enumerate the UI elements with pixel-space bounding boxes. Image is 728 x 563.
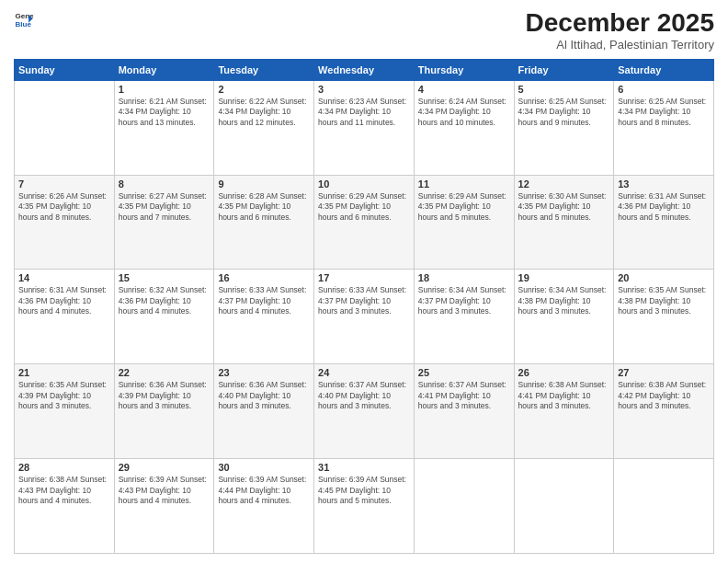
table-row (15, 80, 115, 175)
table-row: 7Sunrise: 6:26 AM Sunset: 4:35 PM Daylig… (15, 175, 115, 270)
day-info: Sunrise: 6:21 AM Sunset: 4:34 PM Dayligh… (119, 97, 210, 128)
day-number: 22 (119, 367, 210, 378)
table-row: 11Sunrise: 6:29 AM Sunset: 4:35 PM Dayli… (414, 175, 514, 270)
day-info: Sunrise: 6:39 AM Sunset: 4:44 PM Dayligh… (218, 475, 310, 506)
table-row: 1Sunrise: 6:21 AM Sunset: 4:34 PM Daylig… (114, 80, 214, 175)
table-row: 30Sunrise: 6:39 AM Sunset: 4:44 PM Dayli… (214, 459, 314, 554)
day-info: Sunrise: 6:38 AM Sunset: 4:42 PM Dayligh… (618, 380, 710, 411)
col-saturday: Saturday (614, 59, 714, 80)
table-row: 31Sunrise: 6:39 AM Sunset: 4:45 PM Dayli… (314, 459, 415, 554)
calendar-week-1: 1Sunrise: 6:21 AM Sunset: 4:34 PM Daylig… (15, 80, 714, 175)
col-sunday: Sunday (15, 59, 115, 80)
day-number: 30 (218, 462, 310, 473)
day-info: Sunrise: 6:25 AM Sunset: 4:34 PM Dayligh… (618, 97, 710, 128)
calendar-table: Sunday Monday Tuesday Wednesday Thursday… (14, 59, 714, 554)
table-row: 15Sunrise: 6:32 AM Sunset: 4:36 PM Dayli… (114, 270, 214, 364)
day-number: 23 (218, 367, 310, 378)
day-info: Sunrise: 6:26 AM Sunset: 4:35 PM Dayligh… (18, 191, 110, 223)
subtitle: Al Ittihad, Palestinian Territory (526, 38, 714, 52)
day-info: Sunrise: 6:27 AM Sunset: 4:35 PM Dayligh… (119, 191, 210, 223)
day-info: Sunrise: 6:39 AM Sunset: 4:45 PM Dayligh… (318, 475, 410, 506)
table-row: 16Sunrise: 6:33 AM Sunset: 4:37 PM Dayli… (214, 270, 314, 364)
table-row: 12Sunrise: 6:30 AM Sunset: 4:35 PM Dayli… (514, 175, 614, 270)
table-row (414, 459, 514, 554)
table-row: 22Sunrise: 6:36 AM Sunset: 4:39 PM Dayli… (114, 364, 214, 459)
col-friday: Friday (514, 59, 614, 80)
day-number: 28 (18, 462, 110, 473)
table-row: 26Sunrise: 6:38 AM Sunset: 4:41 PM Dayli… (514, 364, 614, 459)
day-info: Sunrise: 6:31 AM Sunset: 4:36 PM Dayligh… (618, 191, 710, 223)
table-row: 9Sunrise: 6:28 AM Sunset: 4:35 PM Daylig… (214, 175, 314, 270)
day-number: 4 (418, 84, 510, 95)
title-area: December 2025 Al Ittihad, Palestinian Te… (526, 9, 714, 52)
day-number: 25 (418, 367, 510, 378)
day-info: Sunrise: 6:37 AM Sunset: 4:40 PM Dayligh… (318, 380, 410, 411)
day-info: Sunrise: 6:36 AM Sunset: 4:39 PM Dayligh… (119, 380, 210, 411)
day-info: Sunrise: 6:35 AM Sunset: 4:38 PM Dayligh… (618, 285, 710, 316)
day-info: Sunrise: 6:22 AM Sunset: 4:34 PM Dayligh… (218, 97, 310, 128)
day-number: 31 (318, 462, 410, 473)
day-number: 27 (618, 367, 710, 378)
day-number: 26 (518, 367, 610, 378)
day-number: 16 (218, 272, 310, 283)
day-info: Sunrise: 6:33 AM Sunset: 4:37 PM Dayligh… (318, 285, 410, 316)
day-number: 7 (18, 178, 110, 190)
day-info: Sunrise: 6:24 AM Sunset: 4:34 PM Dayligh… (418, 97, 510, 128)
table-row: 20Sunrise: 6:35 AM Sunset: 4:38 PM Dayli… (614, 270, 714, 364)
day-info: Sunrise: 6:32 AM Sunset: 4:36 PM Dayligh… (119, 285, 210, 316)
day-number: 29 (119, 462, 210, 473)
day-number: 21 (18, 367, 110, 378)
calendar-week-5: 28Sunrise: 6:38 AM Sunset: 4:43 PM Dayli… (15, 459, 714, 554)
day-number: 19 (518, 272, 610, 283)
col-tuesday: Tuesday (214, 59, 314, 80)
day-number: 6 (618, 84, 710, 95)
table-row (514, 459, 614, 554)
col-thursday: Thursday (414, 59, 514, 80)
day-info: Sunrise: 6:37 AM Sunset: 4:41 PM Dayligh… (418, 380, 510, 411)
page: General Blue December 2025 Al Ittihad, P… (0, 0, 728, 563)
calendar-week-4: 21Sunrise: 6:35 AM Sunset: 4:39 PM Dayli… (15, 364, 714, 459)
table-row: 18Sunrise: 6:34 AM Sunset: 4:37 PM Dayli… (414, 270, 514, 364)
day-number: 8 (119, 178, 210, 190)
day-number: 11 (418, 178, 510, 190)
day-info: Sunrise: 6:38 AM Sunset: 4:43 PM Dayligh… (18, 475, 110, 506)
day-number: 18 (418, 272, 510, 283)
table-row: 3Sunrise: 6:23 AM Sunset: 4:34 PM Daylig… (314, 80, 415, 175)
table-row: 25Sunrise: 6:37 AM Sunset: 4:41 PM Dayli… (414, 364, 514, 459)
calendar-week-2: 7Sunrise: 6:26 AM Sunset: 4:35 PM Daylig… (15, 175, 714, 270)
table-row: 10Sunrise: 6:29 AM Sunset: 4:35 PM Dayli… (314, 175, 415, 270)
day-number: 17 (318, 272, 410, 283)
day-number: 15 (119, 272, 210, 283)
day-number: 13 (618, 178, 710, 190)
day-number: 14 (18, 272, 110, 283)
day-info: Sunrise: 6:36 AM Sunset: 4:40 PM Dayligh… (218, 380, 310, 411)
table-row: 29Sunrise: 6:39 AM Sunset: 4:43 PM Dayli… (114, 459, 214, 554)
day-number: 12 (518, 178, 610, 190)
table-row: 13Sunrise: 6:31 AM Sunset: 4:36 PM Dayli… (614, 175, 714, 270)
day-number: 24 (318, 367, 410, 378)
table-row (614, 459, 714, 554)
day-number: 20 (618, 272, 710, 283)
table-row: 21Sunrise: 6:35 AM Sunset: 4:39 PM Dayli… (15, 364, 115, 459)
day-info: Sunrise: 6:33 AM Sunset: 4:37 PM Dayligh… (218, 285, 310, 316)
day-info: Sunrise: 6:29 AM Sunset: 4:35 PM Dayligh… (418, 191, 510, 223)
day-info: Sunrise: 6:35 AM Sunset: 4:39 PM Dayligh… (18, 380, 110, 411)
day-info: Sunrise: 6:34 AM Sunset: 4:38 PM Dayligh… (518, 285, 610, 316)
table-row: 24Sunrise: 6:37 AM Sunset: 4:40 PM Dayli… (314, 364, 415, 459)
logo: General Blue (14, 9, 34, 29)
day-info: Sunrise: 6:38 AM Sunset: 4:41 PM Dayligh… (518, 380, 610, 411)
day-info: Sunrise: 6:29 AM Sunset: 4:35 PM Dayligh… (318, 191, 410, 223)
day-info: Sunrise: 6:28 AM Sunset: 4:35 PM Dayligh… (218, 191, 310, 223)
table-row: 14Sunrise: 6:31 AM Sunset: 4:36 PM Dayli… (15, 270, 115, 364)
day-info: Sunrise: 6:31 AM Sunset: 4:36 PM Dayligh… (18, 285, 110, 316)
calendar-header-row: Sunday Monday Tuesday Wednesday Thursday… (15, 59, 714, 80)
logo-icon: General Blue (14, 9, 34, 29)
table-row: 19Sunrise: 6:34 AM Sunset: 4:38 PM Dayli… (514, 270, 614, 364)
table-row: 6Sunrise: 6:25 AM Sunset: 4:34 PM Daylig… (614, 80, 714, 175)
day-info: Sunrise: 6:25 AM Sunset: 4:34 PM Dayligh… (518, 97, 610, 128)
table-row: 2Sunrise: 6:22 AM Sunset: 4:34 PM Daylig… (214, 80, 314, 175)
day-number: 3 (318, 84, 410, 95)
table-row: 28Sunrise: 6:38 AM Sunset: 4:43 PM Dayli… (15, 459, 115, 554)
table-row: 5Sunrise: 6:25 AM Sunset: 4:34 PM Daylig… (514, 80, 614, 175)
month-title: December 2025 (526, 9, 714, 38)
